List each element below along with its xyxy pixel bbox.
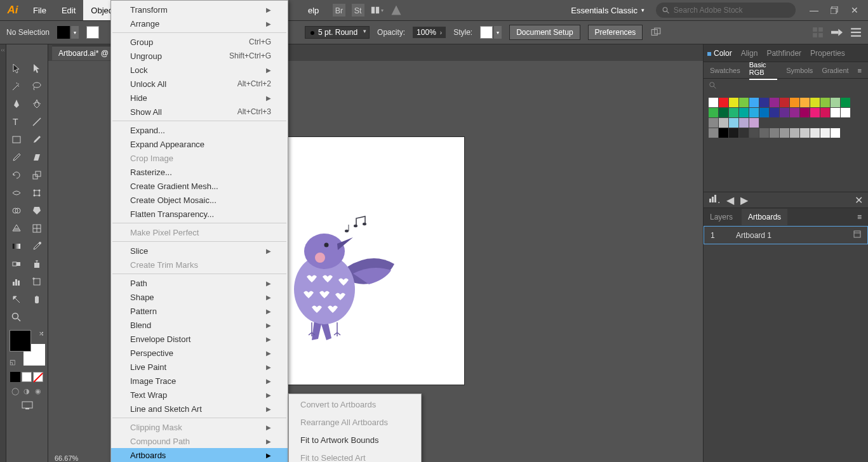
rotate-tool-icon[interactable] <box>6 166 27 184</box>
color-swatch[interactable] <box>749 108 759 117</box>
color-swatch[interactable] <box>831 128 840 138</box>
color-mode-none[interactable] <box>33 372 43 382</box>
color-swatch[interactable] <box>780 128 789 138</box>
mesh-tool-icon[interactable] <box>27 220 47 237</box>
menu-item-lock[interactable]: Lock▶ <box>111 63 288 77</box>
menu-item-unlock-all[interactable]: Unlock AllAlt+Ctrl+2 <box>111 77 288 91</box>
shaper-tool-icon[interactable] <box>6 148 27 166</box>
free-transform-tool-icon[interactable] <box>27 184 47 202</box>
color-swatch[interactable] <box>729 118 738 128</box>
slice-tool-icon[interactable] <box>6 291 27 308</box>
color-mode-color[interactable] <box>10 372 20 382</box>
color-swatch[interactable] <box>810 98 820 107</box>
magic-wand-tool-icon[interactable] <box>6 77 27 95</box>
color-swatch[interactable] <box>780 108 789 117</box>
bridge-icon[interactable]: Br <box>333 4 345 16</box>
zoom-level[interactable]: 66.67% <box>55 454 78 462</box>
prev-icon[interactable]: ◀ <box>726 194 734 206</box>
snap-pixel-icon[interactable] <box>812 27 824 38</box>
color-swatch[interactable] <box>770 108 779 117</box>
draw-normal-icon[interactable]: ◯ <box>10 386 20 396</box>
color-mode-gradient[interactable] <box>22 372 32 382</box>
type-tool-icon[interactable]: T <box>6 113 27 131</box>
menu-item-arrange[interactable]: Arrange▶ <box>111 16 288 30</box>
subtab-symbols[interactable]: Symbols <box>786 67 813 74</box>
eraser-tool-icon[interactable] <box>27 148 47 166</box>
color-swatch[interactable] <box>780 98 789 107</box>
menu-item-rasterize-[interactable]: Rasterize... <box>111 165 288 179</box>
draw-behind-icon[interactable]: ◑ <box>22 386 32 396</box>
color-swatch[interactable] <box>729 108 738 117</box>
menu-item-image-trace[interactable]: Image Trace▶ <box>111 374 288 388</box>
window-restore-icon[interactable] <box>830 6 839 15</box>
stock-icon[interactable]: St <box>352 4 364 16</box>
delete-icon[interactable]: ✕ <box>855 194 863 206</box>
color-swatch[interactable] <box>709 98 718 107</box>
color-swatch[interactable] <box>800 98 810 107</box>
blend-tool-icon[interactable] <box>6 255 27 273</box>
color-swatch[interactable] <box>790 98 799 107</box>
color-swatch[interactable] <box>719 98 728 107</box>
color-swatch[interactable] <box>749 98 759 107</box>
color-swatch[interactable] <box>759 98 769 107</box>
opacity-input[interactable]: 100%› <box>413 27 446 38</box>
color-swatch[interactable] <box>810 108 820 117</box>
color-swatch[interactable] <box>749 118 759 128</box>
draw-inside-icon[interactable]: ◉ <box>33 386 43 396</box>
panel-tab-color[interactable]: Color <box>707 49 732 58</box>
swatch-search[interactable] <box>704 79 868 95</box>
menu-item-text-wrap[interactable]: Text Wrap▶ <box>111 388 288 402</box>
rectangle-tool-icon[interactable] <box>6 131 27 148</box>
color-swatch[interactable] <box>790 108 799 117</box>
toolbox-collapse-strip[interactable]: ‹‹ <box>0 44 6 462</box>
color-swatch[interactable] <box>820 108 830 117</box>
menu-help-fragment[interactable]: elp <box>300 0 326 20</box>
color-swatch[interactable] <box>759 108 769 117</box>
window-close-icon[interactable]: ✕ <box>850 6 859 15</box>
document-setup-button[interactable]: Document Setup <box>509 25 580 40</box>
submenu-item-fit-to-artwork-bounds[interactable]: Fit to Artwork Bounds <box>289 432 421 449</box>
artboard-options-icon[interactable] <box>853 230 861 240</box>
align-options-icon[interactable]: ▾ <box>650 27 662 38</box>
arrange-docs-icon[interactable]: ▾ <box>371 4 384 16</box>
menu-item-path[interactable]: Path▶ <box>111 276 288 290</box>
curvature-tool-icon[interactable] <box>27 95 47 113</box>
menu-item-expand-[interactable]: Expand... <box>111 123 288 137</box>
document-tab[interactable]: Artboard.ai* @ <box>52 46 115 60</box>
color-swatch[interactable] <box>739 98 749 107</box>
color-swatch[interactable] <box>831 108 840 117</box>
menu-item-perspective[interactable]: Perspective▶ <box>111 346 288 360</box>
menu-item-slice[interactable]: Slice▶ <box>111 244 288 258</box>
tab-artboards[interactable]: Artboards <box>742 209 787 225</box>
menu-item-live-paint[interactable]: Live Paint▶ <box>111 360 288 374</box>
artboard-tool-icon[interactable] <box>27 273 47 291</box>
gradient-tool-icon[interactable] <box>6 237 27 255</box>
perspective-grid-tool-icon[interactable] <box>6 220 27 237</box>
menu-item-artboards[interactable]: Artboards▶ <box>111 448 288 462</box>
stroke-swatch-dropdown[interactable] <box>86 26 99 39</box>
preferences-button[interactable]: Preferences <box>588 25 643 40</box>
color-swatch[interactable] <box>709 108 718 117</box>
color-swatch[interactable] <box>800 108 810 117</box>
fill-swatch-dropdown[interactable]: ▾ <box>57 26 79 39</box>
stroke-preset-dropdown[interactable]: 5 pt. Round <box>305 26 370 39</box>
menu-item-pattern[interactable]: Pattern▶ <box>111 304 288 318</box>
panel-menu-icon[interactable]: ≡ <box>858 67 862 74</box>
swatch-folder-icon[interactable] <box>709 118 718 128</box>
menu-item-shape[interactable]: Shape▶ <box>111 290 288 304</box>
menu-item-ungroup[interactable]: UngroupShift+Ctrl+G <box>111 49 288 63</box>
color-swatch[interactable] <box>729 128 738 138</box>
scale-tool-icon[interactable] <box>27 166 47 184</box>
color-swatch[interactable] <box>790 128 799 138</box>
next-icon[interactable]: ▶ <box>740 194 748 206</box>
zoom-tool-icon[interactable] <box>6 308 27 326</box>
panel-menu-icon[interactable]: ≡ <box>857 213 862 221</box>
color-swatch[interactable] <box>719 128 728 138</box>
color-swatch[interactable] <box>820 128 830 138</box>
menu-edit[interactable]: Edit <box>54 0 83 20</box>
default-fill-stroke-icon[interactable]: ◱ <box>10 359 15 366</box>
color-swatch[interactable] <box>739 108 749 117</box>
menu-item-line-and-sketch-art[interactable]: Line and Sketch Art▶ <box>111 402 288 416</box>
subtab-swatches[interactable]: Swatches <box>710 67 740 74</box>
color-swatch[interactable] <box>810 128 820 138</box>
